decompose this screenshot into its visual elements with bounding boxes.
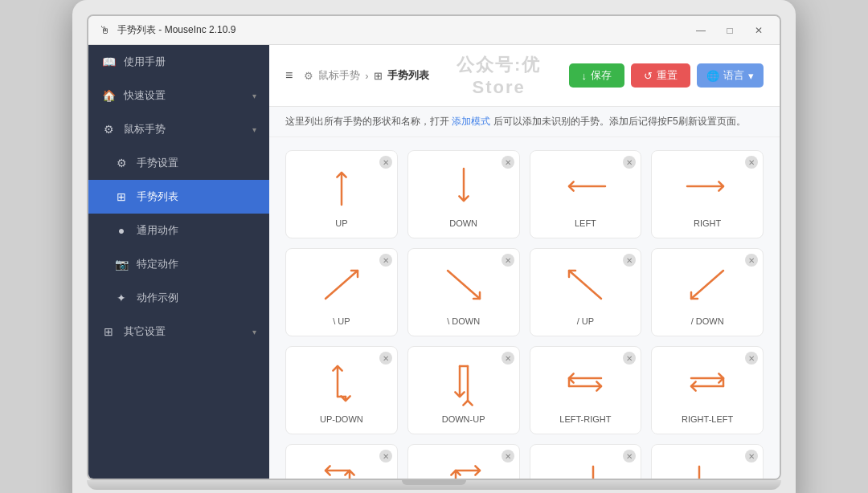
svg-line-5 xyxy=(448,271,480,299)
gesture-delete-right-left[interactable]: ✕ xyxy=(745,352,758,365)
breadcrumb-sep: › xyxy=(365,70,368,82)
sidebar-icon-gesture-list: ⊞ xyxy=(114,190,129,203)
main-content: ≡ ⚙ 鼠标手势 › ⊞ 手势列表 公众号:优Store ↓ 保存 xyxy=(269,45,780,479)
gesture-card-up-right[interactable]: ✕ UP-RIGHT xyxy=(407,444,520,479)
sidebar-label-manual: 使用手册 xyxy=(124,55,256,69)
breadcrumb-current: 手势列表 xyxy=(387,68,429,83)
svg-line-4 xyxy=(326,271,358,299)
gesture-canvas-down-up xyxy=(436,357,492,409)
toolbar-buttons: ↓ 保存 ↺ 重置 🌐 语言 ▾ xyxy=(569,63,764,88)
gesture-delete-right[interactable]: ✕ xyxy=(745,156,758,169)
save-button[interactable]: ↓ 保存 xyxy=(569,63,625,88)
gesture-canvas-down-left xyxy=(557,454,613,479)
gesture-canvas-up-down xyxy=(313,357,370,409)
gesture-delete-down[interactable]: ✕ xyxy=(502,156,514,169)
close-button[interactable]: ✕ xyxy=(747,22,770,39)
sidebar-icon-mouse-gestures: ⚙ xyxy=(101,123,116,136)
sidebar-item-mouse-gestures[interactable]: ⚙ 鼠标手势 ▾ xyxy=(88,112,269,146)
gesture-delete-down-left[interactable]: ✕ xyxy=(623,450,636,462)
gesture-delete-up-down[interactable]: ✕ xyxy=(379,352,392,365)
gesture-delete-left[interactable]: ✕ xyxy=(623,156,636,169)
gesture-label-right-left: RIGHT-LEFT xyxy=(682,414,733,424)
reset-icon: ↺ xyxy=(644,70,653,82)
gesture-card-down-right[interactable]: ✕ DOWN-RIGHT xyxy=(651,444,764,479)
gesture-delete-down-right[interactable]: ✕ xyxy=(745,450,758,462)
sidebar-icon-gesture-settings: ⚙ xyxy=(114,157,129,169)
gesture-delete-diag-up[interactable]: ✕ xyxy=(379,254,392,267)
add-mode-link[interactable]: 添加模式 xyxy=(452,116,490,127)
gesture-card-up-down[interactable]: ✕ UP-DOWN xyxy=(285,346,398,434)
gesture-delete-diag-down[interactable]: ✕ xyxy=(502,254,514,267)
save-label: 保存 xyxy=(591,68,612,83)
gesture-label-down-up: DOWN-UP xyxy=(442,414,485,424)
gesture-card-down-up[interactable]: ✕ DOWN-UP xyxy=(407,346,520,434)
gesture-card-up[interactable]: ✕ UP xyxy=(285,150,398,238)
sidebar-label-quicksettings: 快速设置 xyxy=(124,88,252,103)
sidebar-item-action-examples[interactable]: ✦ 动作示例 xyxy=(88,281,269,315)
gesture-delete-up-right[interactable]: ✕ xyxy=(502,450,514,462)
gesture-delete-slash-down[interactable]: ✕ xyxy=(745,254,758,267)
gesture-card-down-left[interactable]: ✕ DOWN-LEFT xyxy=(530,444,642,479)
menu-icon[interactable]: ≡ xyxy=(285,68,293,83)
minimize-button[interactable]: — xyxy=(690,22,712,39)
gesture-delete-up-left[interactable]: ✕ xyxy=(379,450,392,462)
info-text-pre: 这里列出所有手势的形状和名称，打开 xyxy=(285,116,449,127)
gesture-card-down[interactable]: ✕ DOWN xyxy=(407,150,520,238)
gesture-canvas-up xyxy=(313,161,370,213)
gesture-label-slash-down: / DOWN xyxy=(691,316,724,326)
sidebar-icon-general-action: ● xyxy=(114,224,129,237)
language-button[interactable]: 🌐 语言 ▾ xyxy=(697,63,764,88)
gesture-label-slash-up: / UP xyxy=(577,316,594,326)
sidebar-icon-action-examples: ✦ xyxy=(114,291,129,304)
gesture-canvas-slash-up xyxy=(557,259,613,311)
gesture-card-left[interactable]: ✕ LEFT xyxy=(530,150,642,238)
chevron-icon: ▾ xyxy=(252,328,256,336)
watermark: 公众号:优Store xyxy=(437,53,561,98)
sidebar-item-manual[interactable]: 📖 使用手册 xyxy=(88,45,269,79)
sidebar-label-action-examples: 动作示例 xyxy=(137,291,256,305)
sidebar-item-specific-action[interactable]: 📷 特定动作 xyxy=(88,247,269,281)
sidebar: 📖 使用手册 🏠 快速设置 ▾ ⚙ 鼠标手势 ▾ ⚙ 手势设置 ⊞ 手势列表 ●… xyxy=(88,45,269,479)
app-icon: 🖱 xyxy=(98,24,111,37)
gesture-label-left: LEFT xyxy=(575,218,596,228)
sidebar-item-gesture-settings[interactable]: ⚙ 手势设置 xyxy=(88,146,269,180)
sidebar-item-quicksettings[interactable]: 🏠 快速设置 ▾ xyxy=(88,79,269,112)
gesture-canvas-diag-down xyxy=(436,259,492,311)
reset-button[interactable]: ↺ 重置 xyxy=(631,63,690,88)
gesture-grid: ✕ UP ✕ DOWN ✕ LEFT ✕ xyxy=(269,137,780,479)
gesture-canvas-right-left xyxy=(679,357,735,409)
gesture-card-right[interactable]: ✕ RIGHT xyxy=(651,150,764,238)
sidebar-item-other-settings[interactable]: ⊞ 其它设置 ▾ xyxy=(88,315,269,348)
gesture-delete-left-right[interactable]: ✕ xyxy=(623,352,636,365)
laptop-bottom xyxy=(87,480,781,490)
gear-icon: ⚙ xyxy=(304,70,313,82)
gesture-card-up-left[interactable]: ✕ UP-LEFT xyxy=(285,444,398,479)
gesture-canvas-left xyxy=(557,161,613,213)
info-bar: 这里列出所有手势的形状和名称，打开 添加模式 后可以添加未识别的手势。添加后记得… xyxy=(269,107,780,137)
sidebar-item-general-action[interactable]: ● 通用动作 xyxy=(88,214,269,247)
gesture-label-left-right: LEFT-RIGHT xyxy=(559,414,611,424)
maximize-button[interactable]: □ xyxy=(719,22,741,39)
gesture-card-slash-down[interactable]: ✕ / DOWN xyxy=(651,248,764,336)
laptop-notch xyxy=(402,480,466,485)
gesture-card-left-right[interactable]: ✕ LEFT-RIGHT xyxy=(530,346,642,434)
titlebar: 🖱 手势列表 - MouseInc 2.10.9 — □ ✕ xyxy=(88,16,780,45)
gesture-card-diag-down[interactable]: ✕ \ DOWN xyxy=(407,248,520,336)
sidebar-label-specific-action: 特定动作 xyxy=(137,257,256,271)
sidebar-item-gesture-list[interactable]: ⊞ 手势列表 xyxy=(88,180,269,214)
lang-label: 语言 xyxy=(723,68,744,83)
gesture-canvas-slash-down xyxy=(679,259,735,311)
svg-line-7 xyxy=(691,271,723,299)
save-icon: ↓ xyxy=(582,70,588,82)
gesture-card-slash-up[interactable]: ✕ / UP xyxy=(530,248,642,336)
gesture-delete-down-up[interactable]: ✕ xyxy=(502,352,514,365)
gesture-delete-up[interactable]: ✕ xyxy=(379,156,392,169)
gesture-canvas-up-left xyxy=(313,454,370,479)
sidebar-label-general-action: 通用动作 xyxy=(137,223,256,238)
reset-label: 重置 xyxy=(657,68,678,83)
gesture-canvas-up-right xyxy=(436,454,492,479)
window-title: 手势列表 - MouseInc 2.10.9 xyxy=(117,23,690,37)
gesture-delete-slash-up[interactable]: ✕ xyxy=(623,254,636,267)
gesture-card-right-left[interactable]: ✕ RIGHT-LEFT xyxy=(651,346,764,434)
gesture-card-diag-up[interactable]: ✕ \ UP xyxy=(285,248,398,336)
